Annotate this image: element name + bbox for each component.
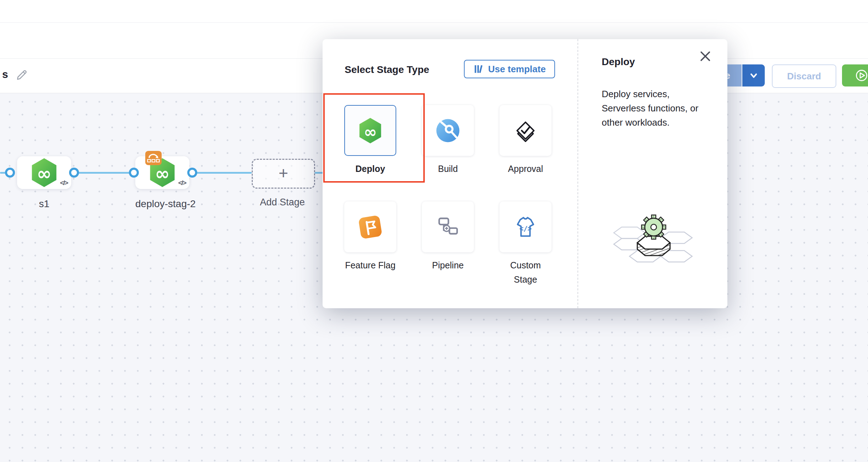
approval-check-icon — [512, 117, 539, 144]
add-stage-button[interactable]: + — [252, 159, 315, 189]
pipeline-name: s — [2, 68, 8, 80]
modal-divider — [577, 39, 578, 308]
stage-type-build-tile[interactable] — [422, 105, 474, 156]
use-template-label: Use template — [488, 64, 546, 75]
stage-type-pipeline[interactable]: Pipeline — [422, 201, 474, 272]
stage-type-deploy-tile[interactable] — [344, 105, 396, 156]
deploy-gear-illustration — [607, 210, 700, 271]
cd-hexagon-icon — [29, 157, 59, 188]
stage-type-custom[interactable]: Custom Stage — [500, 201, 551, 287]
code-view-icon[interactable]: </> — [60, 179, 68, 187]
build-ci-icon — [435, 118, 461, 143]
connector-node[interactable] — [5, 168, 15, 178]
stage-detail-description: Deploy services, Serverless functions, o… — [602, 87, 705, 130]
stage-type-label: Deploy — [344, 162, 396, 176]
stage-type-approval-tile[interactable] — [500, 105, 551, 156]
stage-type-custom-tile[interactable] — [500, 201, 551, 252]
custom-stage-icon — [512, 214, 539, 240]
stage-type-feature-flag-tile[interactable] — [344, 201, 396, 252]
feature-flag-icon — [356, 213, 384, 241]
save-options-button[interactable] — [742, 64, 765, 86]
stage-label-s1: s1 — [17, 198, 71, 210]
stage-type-label: Pipeline — [422, 258, 474, 272]
stage-type-label: Approval — [500, 162, 551, 176]
connector-node[interactable] — [129, 168, 139, 178]
select-stage-type-modal: Select Stage Type Use template Deploy Bu… — [323, 39, 727, 308]
template-library-icon — [473, 64, 484, 74]
stage-type-approval[interactable]: Approval — [500, 105, 551, 176]
stage-type-feature-flag[interactable]: Feature Flag — [344, 201, 396, 272]
stage-node-s1[interactable]: </> — [17, 156, 71, 189]
discard-button[interactable]: Discard — [772, 64, 836, 88]
stage-label-deploy-stag-2: deploy-stag-2 — [135, 198, 189, 210]
top-band — [0, 0, 868, 23]
edit-pencil-icon[interactable] — [16, 67, 29, 80]
pipeline-chain-icon — [435, 214, 461, 240]
run-button[interactable]: Run — [842, 64, 868, 86]
code-view-icon[interactable]: </> — [178, 179, 186, 187]
rolling-strategy-icon — [145, 151, 162, 165]
stage-node-deploy-stag-2[interactable]: </> — [135, 156, 189, 189]
connector-line — [78, 172, 131, 174]
stage-type-build[interactable]: Build — [422, 105, 474, 176]
stage-type-label: Custom Stage — [500, 258, 551, 287]
stage-type-pipeline-tile[interactable] — [422, 201, 474, 252]
connector-node[interactable] — [187, 168, 197, 178]
deploy-cd-icon — [357, 117, 384, 144]
connector-node[interactable] — [69, 168, 79, 178]
plus-icon: + — [279, 165, 288, 181]
connector-line — [196, 172, 252, 174]
stage-type-label: Feature Flag — [344, 258, 396, 272]
stage-detail-title: Deploy — [602, 56, 635, 68]
stage-type-deploy[interactable]: Deploy — [344, 105, 396, 176]
modal-title: Select Stage Type — [345, 64, 429, 75]
add-stage-label: Add Stage — [252, 197, 313, 208]
chevron-down-icon — [749, 70, 759, 80]
stage-type-label: Build — [422, 162, 474, 176]
use-template-button[interactable]: Use template — [464, 60, 555, 78]
play-icon — [855, 69, 868, 82]
close-icon[interactable] — [698, 49, 712, 63]
